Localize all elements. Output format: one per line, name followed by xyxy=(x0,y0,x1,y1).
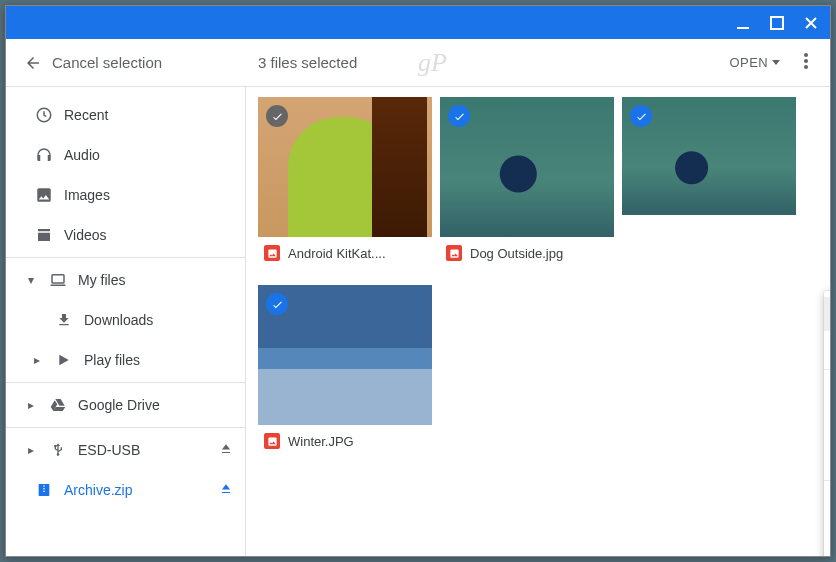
sidebar-item-downloads[interactable]: Downloads xyxy=(6,300,245,340)
file-thumbnail[interactable]: Android KitKat.... xyxy=(258,97,432,269)
ctx-get-info: Get info Space xyxy=(824,485,830,519)
headphones-icon xyxy=(34,146,54,164)
selection-count: 3 files selected xyxy=(258,54,357,71)
archive-icon xyxy=(34,482,54,498)
file-name: Dog Outside.jpg xyxy=(470,246,563,261)
usb-icon xyxy=(48,442,68,458)
open-button[interactable]: OPEN xyxy=(722,49,788,76)
sidebar-item-label: ESD-USB xyxy=(78,442,209,458)
file-grid: Android KitKat.... Dog Outside.jpg xyxy=(246,87,830,556)
thumbnail-image xyxy=(440,97,614,237)
divider xyxy=(6,257,245,258)
image-file-icon xyxy=(264,433,280,449)
clock-icon xyxy=(34,106,54,124)
file-label: Dog Outside.jpg xyxy=(440,237,614,269)
watermark: gP xyxy=(418,48,447,78)
file-thumbnail[interactable] xyxy=(622,97,796,215)
selection-check[interactable] xyxy=(266,293,288,315)
svg-rect-8 xyxy=(43,485,44,486)
maximize-button[interactable] xyxy=(770,16,784,30)
eject-button[interactable] xyxy=(219,482,233,499)
ctx-delete: Delete Alt+Backspace xyxy=(824,553,830,556)
sidebar-item-label: Videos xyxy=(64,227,233,243)
image-file-icon xyxy=(264,245,280,261)
eject-button[interactable] xyxy=(219,442,233,459)
play-icon xyxy=(54,352,74,368)
thumbnail-image xyxy=(258,97,432,237)
sidebar-item-play-files[interactable]: ▸ Play files xyxy=(6,340,245,380)
cancel-selection-button[interactable]: Cancel selection xyxy=(24,54,162,72)
files-app-window: Cancel selection 3 files selected gP OPE… xyxy=(5,5,831,557)
ctx-open-with-gallery[interactable]: Open with Gallery xyxy=(824,297,830,331)
close-button[interactable] xyxy=(804,16,818,30)
sidebar-item-label: Audio xyxy=(64,147,233,163)
sidebar-item-label: My files xyxy=(78,272,233,288)
sidebar-item-label: Images xyxy=(64,187,233,203)
sidebar-item-label: Downloads xyxy=(84,312,233,328)
svg-rect-0 xyxy=(737,27,749,29)
selection-check[interactable] xyxy=(448,105,470,127)
file-name: Android KitKat.... xyxy=(288,246,386,261)
thumbnail-image xyxy=(622,97,796,215)
sidebar-item-archive[interactable]: Archive.zip xyxy=(6,470,245,510)
sidebar-item-label: Recent xyxy=(64,107,233,123)
ctx-copy[interactable]: Copy Ctrl+C xyxy=(824,408,830,442)
file-label: Android KitKat.... xyxy=(258,237,432,269)
file-name: Winter.JPG xyxy=(288,434,354,449)
file-thumbnail[interactable]: Winter.JPG xyxy=(258,285,432,457)
image-file-icon xyxy=(446,245,462,261)
more-vert-icon xyxy=(804,53,808,69)
sidebar-item-esd-usb[interactable]: ▸ ESD-USB xyxy=(6,430,245,470)
ctx-cut: Cut Ctrl+X xyxy=(824,374,830,408)
thumbnail-image xyxy=(258,285,432,425)
svg-rect-10 xyxy=(43,491,44,492)
svg-point-4 xyxy=(804,65,808,69)
drive-icon xyxy=(48,397,68,413)
sidebar: Recent Audio Images Videos ▾ My files xyxy=(6,87,246,556)
divider xyxy=(6,382,245,383)
sidebar-item-my-files[interactable]: ▾ My files xyxy=(6,260,245,300)
ctx-rename: Rename Ctrl+Enter xyxy=(824,519,830,553)
svg-rect-6 xyxy=(52,275,64,283)
laptop-icon xyxy=(48,271,68,289)
sidebar-item-videos[interactable]: Videos xyxy=(6,215,245,255)
chevron-down-icon: ▾ xyxy=(24,273,38,287)
svg-rect-9 xyxy=(43,488,44,489)
window-titlebar xyxy=(6,6,830,39)
sidebar-item-label: Archive.zip xyxy=(64,482,209,498)
selection-check[interactable] xyxy=(630,105,652,127)
dropdown-icon xyxy=(772,60,780,65)
ctx-separator xyxy=(824,480,830,481)
more-options-button[interactable] xyxy=(800,49,812,77)
sidebar-item-audio[interactable]: Audio xyxy=(6,135,245,175)
svg-point-3 xyxy=(804,59,808,63)
ctx-paste: Paste Ctrl+V xyxy=(824,442,830,476)
file-label: Winter.JPG xyxy=(258,425,432,457)
back-arrow-icon xyxy=(24,54,42,72)
body: Recent Audio Images Videos ▾ My files xyxy=(6,87,830,556)
sidebar-item-label: Play files xyxy=(84,352,233,368)
toolbar: Cancel selection 3 files selected gP OPE… xyxy=(6,39,830,87)
sidebar-item-recent[interactable]: Recent xyxy=(6,95,245,135)
chevron-right-icon: ▸ xyxy=(30,353,44,367)
sidebar-item-google-drive[interactable]: ▸ Google Drive xyxy=(6,385,245,425)
context-menu: Open with Gallery Open with… Cut Ctrl+X … xyxy=(824,291,830,556)
minimize-button[interactable] xyxy=(736,16,750,30)
svg-rect-1 xyxy=(771,17,783,29)
divider xyxy=(6,427,245,428)
cancel-label: Cancel selection xyxy=(52,54,162,71)
ctx-open-with[interactable]: Open with… xyxy=(824,331,830,365)
ctx-separator xyxy=(824,369,830,370)
download-icon xyxy=(54,312,74,328)
open-label: OPEN xyxy=(730,55,768,70)
selection-check[interactable] xyxy=(266,105,288,127)
image-icon xyxy=(34,186,54,204)
file-thumbnail[interactable]: Dog Outside.jpg xyxy=(440,97,614,269)
video-icon xyxy=(34,226,54,244)
chevron-right-icon: ▸ xyxy=(24,398,38,412)
sidebar-item-label: Google Drive xyxy=(78,397,233,413)
chevron-right-icon: ▸ xyxy=(24,443,38,457)
svg-point-2 xyxy=(804,53,808,57)
sidebar-item-images[interactable]: Images xyxy=(6,175,245,215)
